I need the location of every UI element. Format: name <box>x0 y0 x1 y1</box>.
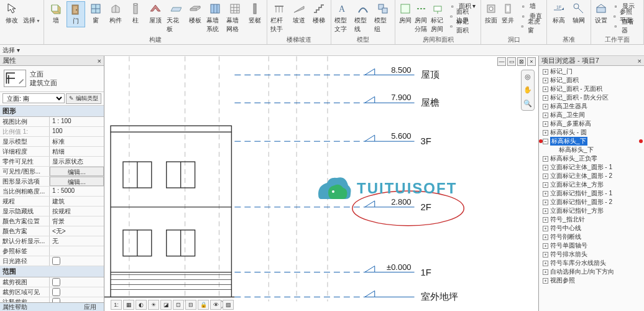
prop-row[interactable]: 显示隐藏线按规程 <box>0 207 104 216</box>
tree-item[interactable]: +视图参照 <box>539 276 644 285</box>
sun-path-icon[interactable]: ☀ <box>148 300 159 310</box>
ribbon-stair[interactable]: 楼梯 <box>310 1 328 26</box>
tree-item[interactable]: +符号剖断线 <box>539 233 644 241</box>
ribbon-mgroup[interactable]: 模型组 <box>374 1 392 35</box>
tree-item[interactable]: +标高卫生器具 <box>539 102 644 111</box>
expand-icon[interactable]: + <box>543 234 548 240</box>
prop-row[interactable]: 注释裁剪 <box>0 297 104 302</box>
ribbon-gridln[interactable]: 轴网 <box>569 1 588 26</box>
prop-row[interactable]: 日光路径 <box>0 256 104 266</box>
prop-row[interactable]: 当比例粗略度...1 : 5000 <box>0 187 104 197</box>
expand-icon[interactable]: + <box>543 191 548 197</box>
expand-icon[interactable]: + <box>543 243 548 249</box>
expand-icon[interactable]: + <box>543 130 548 136</box>
ribbon-floor[interactable]: 楼板 <box>186 1 205 26</box>
prop-row[interactable]: 显示模型标准 <box>0 137 104 147</box>
expand-icon[interactable]: + <box>543 69 548 75</box>
ribbon-room[interactable]: 房间 <box>398 1 413 26</box>
prop-row[interactable]: 裁剪视图 <box>0 277 104 287</box>
tree-item[interactable]: +标高_多重标高 <box>539 119 644 128</box>
tree-item[interactable]: +符号_指北针 <box>539 215 644 224</box>
prop-row[interactable]: 图形显示选项编辑... <box>0 177 104 187</box>
expand-icon[interactable]: + <box>543 217 548 223</box>
tree-item[interactable]: +标高标头 - 圆 <box>539 128 644 137</box>
tree-item[interactable]: −标高标头_下 <box>539 137 644 146</box>
tree-item[interactable]: +符号排水箭头 <box>539 250 644 259</box>
shadows-icon[interactable]: ◪ <box>160 300 172 310</box>
expand-icon[interactable]: + <box>543 269 548 275</box>
instance-selector[interactable]: 立面: 南 <box>2 93 65 103</box>
ribbon-level[interactable]: 1F标高 <box>550 1 568 26</box>
tree-item[interactable]: +立面标记主体_方形 <box>539 180 644 189</box>
expand-icon[interactable]: + <box>543 182 548 188</box>
lock-icon[interactable]: 🔒 <box>198 300 209 310</box>
ribbon-comp[interactable]: 构件 <box>106 1 125 26</box>
expand-icon[interactable]: + <box>543 278 548 284</box>
expand-icon[interactable]: + <box>543 104 548 109</box>
tree-item[interactable]: +立面标记主体_圆形 - 2 <box>539 172 644 180</box>
apply-button[interactable]: 应用 <box>79 303 101 311</box>
ribbon-set[interactable]: 设置 <box>594 1 609 26</box>
prop-row[interactable]: 零件可见性显示原状态 <box>0 157 104 167</box>
expand-icon[interactable]: + <box>543 121 548 127</box>
tree-item[interactable]: +标记_面积 <box>539 76 644 85</box>
select-dropdown[interactable]: 选择 ▾ <box>2 46 20 55</box>
ribbon-small-btn[interactable]: ▫老虎窗 <box>517 21 544 31</box>
expand-icon[interactable]: + <box>543 261 548 266</box>
ribbon-roof[interactable]: 屋顶 <box>146 1 165 26</box>
ribbon-small-btn[interactable]: ▫查看器 <box>610 21 642 31</box>
ribbon-face[interactable]: 按面 <box>484 1 499 26</box>
ribbon-column[interactable]: 柱 <box>126 1 145 26</box>
crop-view-icon[interactable]: ⊡ <box>173 300 184 310</box>
ribbon-door[interactable]: 门 <box>67 1 85 27</box>
ribbon-curtain[interactable]: 幕墙系统 <box>206 1 224 35</box>
prop-row[interactable]: 颜色方案<无> <box>0 226 104 236</box>
ribbon-mullion[interactable]: 竖梃 <box>246 1 264 26</box>
expand-icon[interactable]: + <box>543 95 548 101</box>
expand-icon[interactable]: + <box>543 200 548 205</box>
expand-icon[interactable]: + <box>543 252 548 258</box>
ribbon-rtag[interactable]: 标记房间 <box>430 1 445 35</box>
prop-row[interactable]: 可见性/图形...编辑... <box>0 167 104 177</box>
ribbon-sep[interactable]: 房间分隔 <box>414 1 429 35</box>
tree-item[interactable]: +立面标记指针_圆形 - 1 <box>539 189 644 198</box>
ribbon-window[interactable]: 窗 <box>86 1 105 26</box>
tree-item[interactable]: +符号单圆轴号 <box>539 241 644 250</box>
ribbon-ceiling[interactable]: 天花板 <box>166 1 185 35</box>
temp-hide-icon[interactable]: 👁 <box>210 300 221 310</box>
prop-row[interactable]: 规程建筑 <box>0 197 104 207</box>
expand-icon[interactable]: + <box>543 78 548 83</box>
expand-icon[interactable]: + <box>543 208 548 214</box>
ribbon-small-btn[interactable]: ▫墙 <box>517 1 544 11</box>
expand-icon[interactable]: + <box>543 156 548 162</box>
prop-section[interactable]: 图形 <box>0 106 104 117</box>
ribbon-grid[interactable]: 幕墙网格 <box>226 1 244 35</box>
drawing-canvas[interactable]: — ▭ ⊠ × ◎ ✋ 🔍 <box>104 56 538 311</box>
ribbon-mline[interactable]: 模型线 <box>354 1 372 35</box>
expand-icon[interactable]: + <box>543 174 548 179</box>
tree-item[interactable]: +标记_面积 - 无面积 <box>539 85 644 93</box>
scale-control[interactable]: 1: <box>111 300 122 310</box>
ribbon-arrow[interactable]: 修改 <box>2 1 21 26</box>
tree-item[interactable]: +符号中心线 <box>539 224 644 233</box>
expand-icon[interactable]: + <box>543 165 548 170</box>
tree-item[interactable]: 标高标头_下 <box>539 146 644 154</box>
prop-row[interactable]: 视图比例1 : 100 <box>0 117 104 127</box>
expand-icon[interactable]: + <box>543 113 548 118</box>
visual-style-icon[interactable]: ◐ <box>136 300 147 310</box>
ribbon-text[interactable]: A模型文字 <box>334 1 352 35</box>
prop-row[interactable]: 颜色方案位置背景 <box>0 216 104 226</box>
ribbon-rail[interactable]: 栏杆扶手 <box>270 1 288 35</box>
expand-icon[interactable]: − <box>543 139 548 144</box>
prop-row[interactable]: 默认分析显示...无 <box>0 236 104 246</box>
properties-help[interactable]: 属性帮助 <box>2 303 27 311</box>
ribbon-btn[interactable]: 选择▼ <box>22 1 41 26</box>
tree-item[interactable]: +标记_门 <box>539 67 644 76</box>
prop-row[interactable]: 比例值 1:100 <box>0 127 104 137</box>
prop-section[interactable]: 范围 <box>0 266 104 277</box>
close-icon[interactable]: × <box>98 57 101 65</box>
tree-item[interactable]: +自动选择向上/向下方向 <box>539 267 644 276</box>
tree-item[interactable]: +标记_面积 - 防火分区 <box>539 93 644 102</box>
type-selector-box[interactable]: 立面 建筑立面 <box>0 66 104 92</box>
expand-icon[interactable]: + <box>543 226 548 231</box>
